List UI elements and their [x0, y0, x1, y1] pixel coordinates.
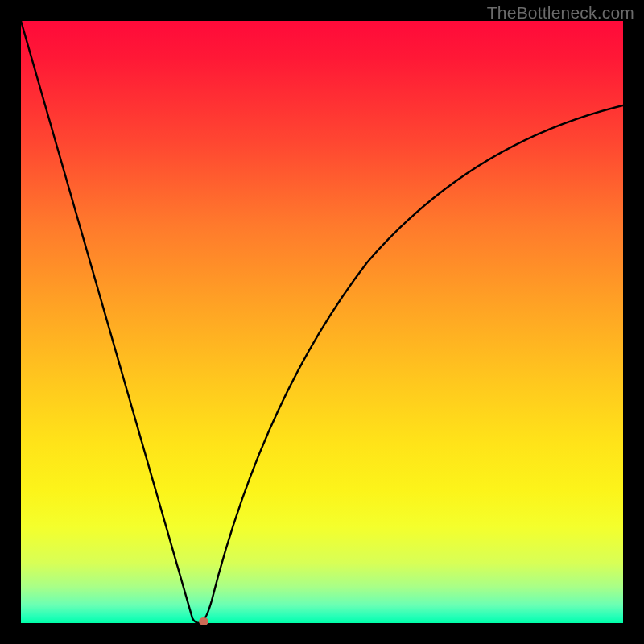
attribution-text: TheBottleneck.com [487, 3, 634, 23]
vertex-marker [199, 617, 208, 625]
chart-frame: TheBottleneck.com [0, 0, 644, 644]
bottleneck-curve [21, 21, 623, 623]
curve-right-branch [200, 105, 623, 623]
plot-area [21, 21, 623, 623]
curve-left-branch [21, 21, 200, 623]
